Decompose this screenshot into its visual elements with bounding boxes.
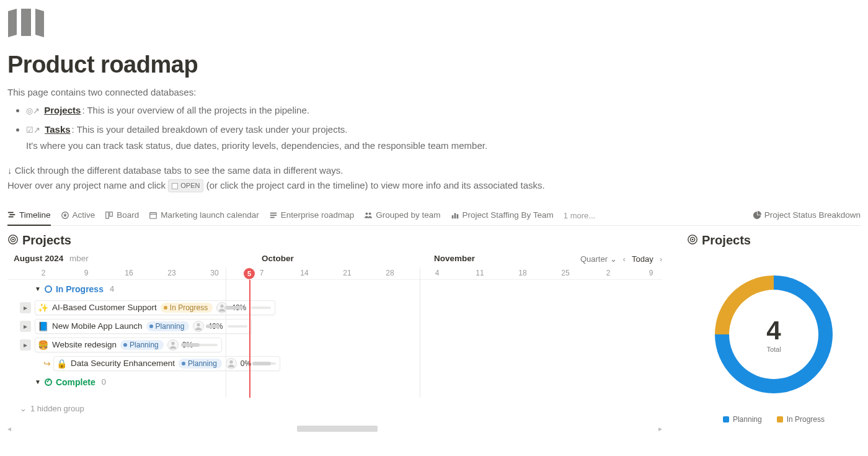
svg-rect-4 [106,212,108,218]
expand-button[interactable]: ▸ [20,339,31,351]
group-header-complete[interactable]: ▼Complete0 [7,373,662,391]
status-badge: In Progress [161,303,213,313]
legend-item[interactable]: In Progress [777,415,825,424]
svg-rect-6 [150,212,157,218]
tab-active[interactable]: Active [61,207,95,225]
chart-legend: PlanningIn Progress [687,415,861,424]
page-icon [7,6,45,40]
horizontal-scrollbar[interactable]: ◂ ▸ [7,424,662,433]
date-tick: 2 [42,269,46,277]
avatar [193,321,204,332]
group-label: Complete [56,377,95,387]
tab-project-staffing-by-team[interactable]: Project Staffing By Team [451,207,554,225]
chart-title: Projects [702,233,751,248]
people-icon [364,211,373,220]
scroll-right-icon[interactable]: ▸ [658,424,662,433]
date-tick: 25 [561,269,569,277]
expand-button[interactable]: ▸ [20,321,31,332]
hidden-group-label: 1 hidden group [30,404,84,413]
svg-rect-14 [454,213,456,218]
page-title: Product roadmap [7,51,861,78]
tab-marketing-launch-calendar[interactable]: Marketing launch calendar [149,207,259,225]
project-card[interactable]: 🔒Data Security EnhancementPlanning0% [53,356,280,371]
database-description-list: ◎↗ Projects: This is your overview of al… [7,104,861,153]
instruction-line1: ↓ Click through the different database t… [7,163,861,178]
group-header-in-progress[interactable]: ▼In Progress4 [7,280,662,298]
chevron-down-icon: ⌄ [610,254,617,264]
legend-item[interactable]: Planning [723,415,762,424]
date-tick: 23 [167,269,175,277]
expand-button[interactable]: ▸ [20,302,31,313]
donut-chart: 4 Total [712,272,836,396]
tab-enterprise-roadmap[interactable]: Enterprise roadmap [269,207,355,225]
svg-rect-5 [110,212,112,216]
item-emoji-icon: ✨ [38,303,48,313]
projects-link[interactable]: Projects [44,105,81,115]
date-tick: 21 [343,269,351,277]
date-tick: 14 [300,269,308,277]
tab-timeline[interactable]: Timeline [7,207,51,226]
timeline-icon [7,210,16,219]
square-icon [172,183,178,189]
progress-bar [228,325,247,328]
date-tick: 4 [435,269,440,277]
pie-icon [753,211,761,220]
tab-board[interactable]: Board [105,207,139,225]
star-icon [61,211,69,220]
caret-icon: ▼ [35,378,41,385]
svg-point-25 [692,238,694,240]
check-icon: ☑↗ [26,125,40,135]
tab-grouped-by-team[interactable]: Grouped by team [364,207,440,225]
board-icon [105,211,113,220]
chevron-down-icon: ⌄ [20,404,27,413]
group-count: 0 [102,377,106,387]
svg-rect-15 [456,214,458,218]
calendar-icon [149,211,157,220]
item-name: Data Security Enhancement [71,359,175,368]
group-count: 4 [110,284,114,293]
prev-button[interactable]: ‹ [623,254,626,264]
gantt-bar[interactable] [252,362,271,365]
svg-point-18 [12,238,14,240]
status-icon [45,285,52,293]
date-tick: 7 [260,269,264,277]
date-tick: 28 [386,269,394,277]
timeline-item: ▸🍔Website redesignPlanning0% [7,336,662,354]
svg-rect-9 [270,215,277,216]
tab-project-status-breakdown[interactable]: Project Status Breakdown [753,207,861,225]
item-name: New Mobile App Launch [52,321,143,331]
legend-label: In Progress [787,415,825,424]
open-button-badge[interactable]: OPEN [168,179,203,193]
gantt-bar[interactable] [181,343,200,347]
open-label: OPEN [180,181,200,192]
scroll-thumb[interactable] [297,426,378,432]
legend-label: Planning [733,415,762,424]
today-marker: 5 [244,268,255,279]
progress-bar [198,344,218,346]
next-button[interactable]: › [660,254,662,264]
tab-label: Active [73,210,95,220]
view-tabs: TimelineActiveBoardMarketing launch cale… [7,207,861,226]
more-views[interactable]: 1 more... [564,211,595,220]
instr-post: (or click the project card in the timeli… [206,180,545,190]
hidden-group-toggle[interactable]: ⌄ 1 hidden group [7,398,662,419]
scroll-left-icon[interactable]: ◂ [7,424,11,433]
svg-point-22 [229,360,232,363]
svg-rect-2 [9,217,14,218]
avatar [226,358,237,369]
tab-label: Marketing launch calendar [161,210,259,220]
quarter-dropdown[interactable]: Quarter ⌄ [580,254,617,264]
tasks-link[interactable]: Tasks [45,124,70,135]
svg-point-21 [171,341,174,344]
legend-swatch [723,416,729,422]
today-button[interactable]: Today [632,254,653,264]
desc-text: : This is your detailed breakdown of eve… [72,124,348,135]
status-badge: Planning [120,340,164,350]
svg-point-19 [221,304,224,307]
month-label: October [262,254,294,263]
svg-point-20 [197,323,200,326]
gantt-bar[interactable] [206,324,219,328]
tab-label: Timeline [19,210,51,220]
date-tick: 9 [649,269,653,277]
gantt-bar[interactable] [224,306,243,310]
